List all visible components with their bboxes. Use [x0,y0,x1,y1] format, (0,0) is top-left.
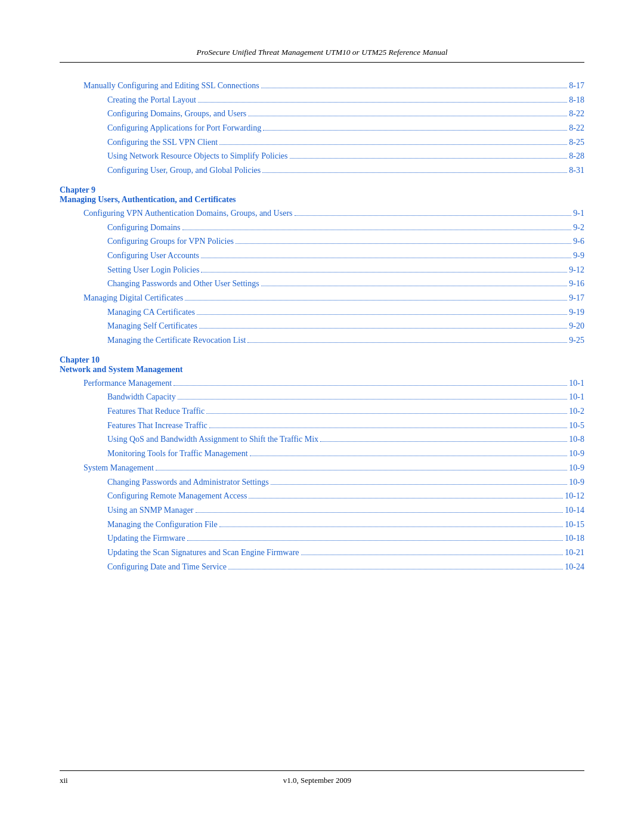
toc-entry: System Management10-9 [60,462,584,475]
toc-entry-label[interactable]: Setting User Login Policies [107,264,199,277]
toc-entry-page: 8-17 [569,79,584,92]
toc-entry-page: 10-9 [569,462,584,475]
toc-entry: Configuring User Accounts9-9 [60,249,584,262]
toc-entry: Using Network Resource Objects to Simpli… [60,150,584,163]
toc-entry-label[interactable]: Configuring Remote Management Access [107,490,247,503]
toc-entry-label[interactable]: Using QoS and Bandwidth Assignment to Sh… [107,433,318,446]
toc-entry-label[interactable]: Manually Configuring and Editing SSL Con… [83,79,259,92]
toc-entry-label[interactable]: Using Network Resource Objects to Simpli… [107,150,288,163]
toc-entry-page: 9-1 [573,207,584,220]
toc-dots [187,540,564,541]
toc-entry: Managing CA Certificates9-19 [60,306,584,319]
toc-entry-page: 10-5 [569,419,584,432]
toc-entry-label[interactable]: Configuring the SSL VPN Client [107,136,218,149]
toc-entry-page: 10-21 [565,546,584,559]
toc-entry-label[interactable]: Managing Digital Certificates [83,292,183,305]
toc-dots [263,130,567,131]
toc-entry-label[interactable]: System Management [83,462,154,475]
toc-entry-label[interactable]: Configuring User, Group, and Global Poli… [107,164,261,177]
toc-dots [156,470,568,470]
toc-dots [196,512,564,513]
toc-entry-label[interactable]: Managing the Configuration File [107,518,218,531]
toc-entry-page: 8-18 [569,94,584,107]
toc-entry-page: 8-31 [569,164,584,177]
toc-dots [261,286,568,286]
chapter9-title[interactable]: Managing Users, Authentication, and Cert… [60,195,584,205]
toc-dots [250,456,568,456]
toc-entry-page: 9-20 [569,320,584,333]
toc-entry-page: 8-25 [569,136,584,149]
toc-entry: Managing Digital Certificates9-17 [60,292,584,305]
toc-entry-label[interactable]: Configuring Groups for VPN Policies [107,235,234,248]
toc-entry-label[interactable]: Changing Passwords and Administrator Set… [107,476,269,489]
chapter10-label[interactable]: Chapter 10 [60,355,584,365]
toc-dots [295,215,572,216]
toc-entry-page: 9-19 [569,306,584,319]
toc-dots [248,116,567,116]
pre-chapter-entries: Manually Configuring and Editing SSL Con… [60,79,584,177]
footer-page-number: xii [60,776,68,785]
toc-dots [261,88,568,88]
toc-entry-label[interactable]: Updating the Scan Signatures and Scan En… [107,546,299,559]
toc-entry-label[interactable]: Monitoring Tools for Traffic Management [107,447,248,460]
toc-dots [290,158,568,159]
toc-entry-page: 10-2 [569,405,584,418]
toc-entry: Managing the Configuration File10-15 [60,518,584,531]
toc-entry-label[interactable]: Creating the Portal Layout [107,94,196,107]
chapter10-heading: Chapter 10 Network and System Management [60,355,584,374]
toc-entry-label[interactable]: Configuring Domains [107,221,181,234]
toc-entry-page: 8-22 [569,107,584,120]
toc-dots [198,102,567,103]
toc-dots [199,328,567,329]
toc-entry-label[interactable]: Configuring Date and Time Service [107,561,227,574]
toc-entry-page: 9-16 [569,277,584,290]
toc-entry: Features That Reduce Traffic10-2 [60,405,584,418]
toc-entry: Configuring Remote Management Access10-1… [60,490,584,503]
chapter10-title[interactable]: Network and System Management [60,365,584,374]
toc-dots [219,144,567,145]
toc-entry-label[interactable]: Managing the Certificate Revocation List [107,334,246,347]
toc-entry-label[interactable]: Features That Reduce Traffic [107,405,205,418]
toc-entry-label[interactable]: Configuring Applications for Port Forwar… [107,122,261,135]
header-title: ProSecure Unified Threat Management UTM1… [197,48,448,57]
toc-entry-label[interactable]: Performance Management [83,377,172,390]
toc-entry: Managing the Certificate Revocation List… [60,334,584,347]
toc-dots [197,314,567,315]
toc-content: Manually Configuring and Editing SSL Con… [60,73,584,758]
toc-dots [249,498,563,498]
toc-entry: Using QoS and Bandwidth Assignment to Sh… [60,433,584,446]
toc-entry: Setting User Login Policies9-12 [60,264,584,277]
toc-entry: Changing Passwords and Administrator Set… [60,476,584,489]
toc-entry-label[interactable]: Configuring User Accounts [107,249,199,262]
toc-entry-page: 10-9 [569,447,584,460]
toc-entry: Configuring Domains, Groups, and Users8-… [60,107,584,120]
toc-entry-page: 9-2 [573,221,584,234]
page-header: ProSecure Unified Threat Management UTM1… [60,48,584,63]
toc-dots [201,272,567,272]
toc-dots [182,230,572,230]
toc-entry-label[interactable]: Features That Increase Traffic [107,419,208,432]
toc-entry-label[interactable]: Updating the Firmware [107,532,185,545]
toc-entry-page: 8-28 [569,150,584,163]
toc-entry-page: 10-12 [565,490,584,503]
toc-entry: Configuring Date and Time Service10-24 [60,561,584,574]
toc-entry-page: 9-6 [573,235,584,248]
toc-entry-label[interactable]: Changing Passwords and Other User Settin… [107,277,259,290]
toc-entry: Creating the Portal Layout8-18 [60,94,584,107]
toc-entry-label[interactable]: Configuring Domains, Groups, and Users [107,107,246,120]
page-footer: xii v1.0, September 2009 [60,770,584,785]
toc-entry-label[interactable]: Managing CA Certificates [107,306,195,319]
toc-entry-label[interactable]: Using an SNMP Manager [107,504,194,517]
toc-dots [262,172,567,173]
footer-version: v1.0, September 2009 [68,776,566,785]
toc-entry: Configuring VPN Authentication Domains, … [60,207,584,220]
toc-entry-page: 10-14 [565,504,584,517]
toc-dots [320,441,567,442]
toc-entry-label[interactable]: Managing Self Certificates [107,320,197,333]
toc-entry: Bandwidth Capacity10-1 [60,391,584,404]
toc-entry: Changing Passwords and Other User Settin… [60,277,584,290]
chapter9-label[interactable]: Chapter 9 [60,185,584,195]
toc-entry-label[interactable]: Configuring VPN Authentication Domains, … [83,207,293,220]
toc-entry-label[interactable]: Bandwidth Capacity [107,391,176,404]
toc-entry: Performance Management10-1 [60,377,584,390]
